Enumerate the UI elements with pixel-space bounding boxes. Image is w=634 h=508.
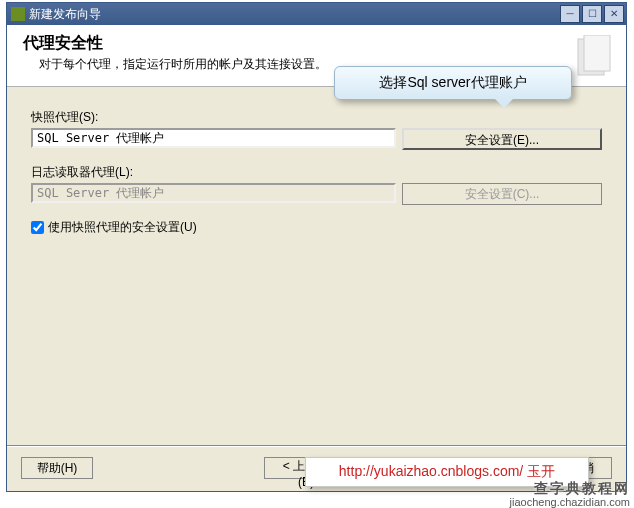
app-icon xyxy=(11,7,25,21)
titlebar: 新建发布向导 ─ ☐ ✕ xyxy=(7,3,626,25)
page-title: 代理安全性 xyxy=(23,33,610,54)
snapshot-agent-label: 快照代理(S): xyxy=(31,109,602,126)
logreader-agent-label: 日志读取器代理(L): xyxy=(31,164,602,181)
use-snapshot-settings-label: 使用快照代理的安全设置(U) xyxy=(48,219,197,236)
snapshot-security-button[interactable]: 安全设置(E)... xyxy=(402,128,602,150)
window-title: 新建发布向导 xyxy=(29,6,560,23)
header-decor-icon xyxy=(574,35,614,79)
minimize-button[interactable]: ─ xyxy=(560,5,580,23)
close-button[interactable]: ✕ xyxy=(604,5,624,23)
svg-rect-1 xyxy=(584,35,610,71)
maximize-button[interactable]: ☐ xyxy=(582,5,602,23)
logreader-security-button: 安全设置(C)... xyxy=(402,183,602,205)
help-button[interactable]: 帮助(H) xyxy=(21,457,93,479)
content-area: 快照代理(S): 安全设置(E)... 日志读取器代理(L): 安全设置(C).… xyxy=(7,87,626,445)
snapshot-agent-row: 安全设置(E)... xyxy=(31,128,602,150)
logreader-agent-row: 安全设置(C)... xyxy=(31,183,602,205)
site-watermark: 查字典教程网 jiaocheng.chazidian.com xyxy=(510,481,630,508)
snapshot-agent-input[interactable] xyxy=(31,128,396,148)
use-snapshot-settings-row: 使用快照代理的安全设置(U) xyxy=(31,219,602,236)
annotation-callout: 选择Sql server代理账户 xyxy=(334,66,572,100)
logreader-agent-input xyxy=(31,183,396,203)
use-snapshot-settings-checkbox[interactable] xyxy=(31,221,44,234)
